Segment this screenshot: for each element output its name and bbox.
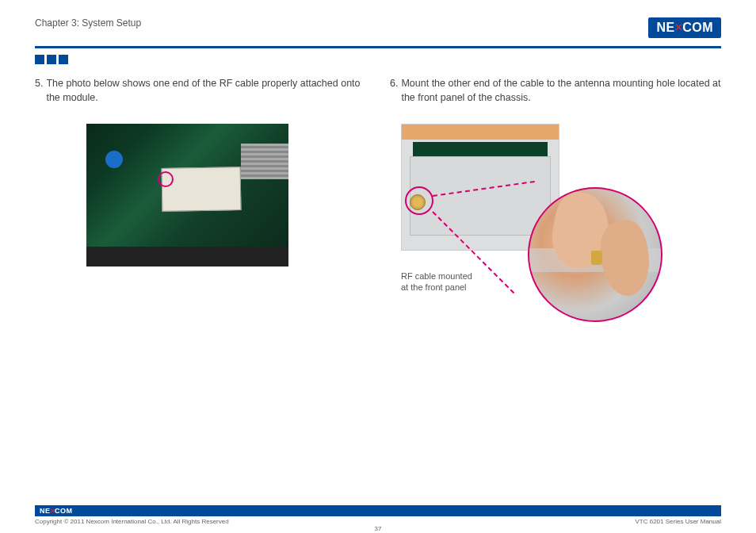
chassis-edge: [86, 247, 288, 266]
square-icon: [35, 55, 44, 64]
logo-post: COM: [55, 507, 73, 515]
battery-icon: [105, 151, 123, 168]
module-card: [162, 167, 242, 212]
chapter-title: Chapter 3: System Setup: [35, 17, 141, 29]
left-column: 5. The photo below shows one end of the …: [35, 77, 366, 505]
step-text: The photo below shows one end of the RF …: [46, 77, 366, 105]
content-columns: 5. The photo below shows one end of the …: [35, 77, 721, 505]
step-6: 6. Mount the other end of the cable to t…: [390, 77, 721, 105]
highlight-ring-icon: [405, 186, 433, 215]
step-number: 6.: [390, 77, 398, 105]
photo-caption: RF cable mounted at the front panel: [401, 270, 472, 293]
logo-pre: NE: [656, 21, 674, 35]
square-icon: [59, 55, 68, 64]
square-icon: [47, 55, 56, 64]
copyright-text: Copyright © 2011 Nexcom International Co…: [35, 518, 229, 525]
decorative-squares: [35, 55, 721, 64]
footer-bar: NE✕COM: [35, 505, 721, 516]
caption-line: RF cable mounted: [401, 270, 472, 282]
right-column: 6. Mount the other end of the cable to t…: [390, 77, 721, 505]
photo-motherboard: [86, 124, 288, 266]
page-number: 37: [375, 525, 382, 532]
footer-meta: Copyright © 2011 Nexcom International Co…: [35, 516, 721, 525]
step-text: Mount the other end of the cable to the …: [401, 77, 721, 105]
ribbon-cable: [241, 144, 288, 179]
photo-front-panel-group: RF cable mounted at the front panel: [401, 124, 721, 330]
logo-pre: NE: [40, 507, 51, 515]
logo-post: COM: [682, 21, 713, 35]
brand-logo: NE✕COM: [648, 17, 721, 38]
logo-x-icon: ✕: [674, 21, 684, 33]
footer-logo: NE✕COM: [40, 507, 73, 515]
connector-piece: [591, 251, 602, 265]
step-5: 5. The photo below shows one end of the …: [35, 77, 366, 105]
photo-closeup: [528, 187, 662, 322]
page-header: Chapter 3: System Setup NE✕COM: [35, 17, 721, 38]
page-footer: NE✕COM Copyright © 2011 Nexcom Internati…: [35, 505, 721, 525]
header-divider: [35, 46, 721, 48]
highlight-ring-icon: [158, 171, 174, 187]
doc-title: VTC 6201 Series User Manual: [636, 518, 722, 525]
step-number: 5.: [35, 77, 43, 105]
caption-line: at the front panel: [401, 282, 472, 293]
